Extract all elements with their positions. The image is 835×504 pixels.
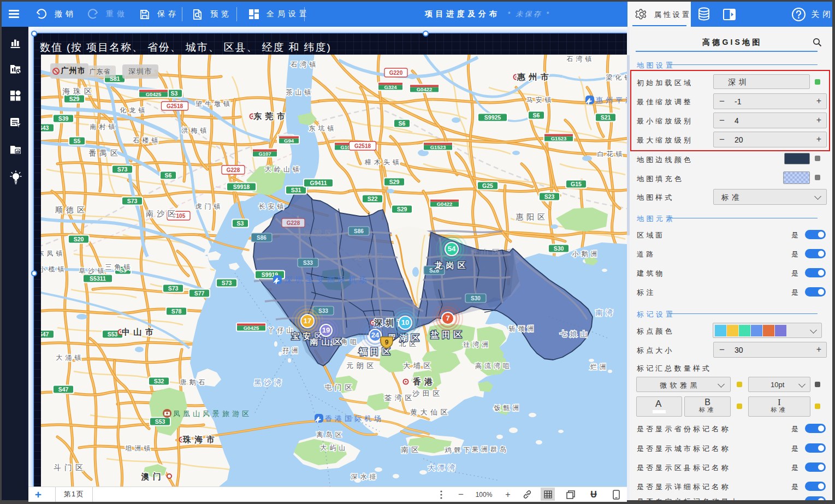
- svg-text:马安镇: 马安镇: [526, 96, 554, 104]
- svg-text:S73: S73: [117, 166, 128, 173]
- svg-text:光明区: 光明区: [303, 229, 336, 238]
- svg-text:番禺区: 番禺区: [88, 149, 121, 157]
- svg-text:S29: S29: [389, 179, 400, 185]
- svg-text:石湾镇: 石湾镇: [566, 55, 595, 63]
- svg-text:唐鹅石: 唐鹅石: [180, 378, 208, 386]
- svg-text:坪山区: 坪山区: [470, 248, 503, 257]
- svg-text:9: 9: [385, 339, 389, 346]
- svg-text:S33: S33: [303, 260, 313, 266]
- svg-text:S32: S32: [154, 378, 164, 384]
- svg-text:石湾镇: 石湾镇: [291, 61, 319, 68]
- svg-text:龙岗区: 龙岗区: [434, 260, 469, 270]
- svg-text:梁化镇: 梁化镇: [606, 74, 627, 81]
- svg-text:黑沙湾: 黑沙湾: [254, 378, 285, 387]
- svg-text:G1523: G1523: [430, 144, 446, 150]
- svg-text:S9925: S9925: [484, 114, 501, 121]
- svg-text:南村镇: 南村镇: [90, 123, 118, 131]
- svg-text:24: 24: [371, 331, 380, 339]
- svg-text:南区: 南区: [401, 446, 422, 454]
- svg-text:S86: S86: [257, 235, 267, 241]
- svg-text:S29: S29: [69, 96, 80, 102]
- svg-text:顺德区: 顺德区: [55, 205, 88, 214]
- svg-text:离岛区: 离岛区: [317, 431, 345, 438]
- svg-text:S5: S5: [74, 138, 81, 144]
- svg-text:G0422: G0422: [417, 86, 433, 92]
- svg-text:中山市: 中山市: [122, 327, 157, 336]
- svg-text:17: 17: [304, 317, 311, 325]
- svg-text:大岭山镇: 大岭山镇: [265, 165, 302, 173]
- svg-text:鸡髀下: 鸡髀下: [445, 446, 473, 454]
- svg-text:南湾: 南湾: [596, 309, 616, 317]
- svg-text:S53: S53: [155, 418, 165, 425]
- svg-text:大涌镇: 大涌镇: [56, 354, 84, 361]
- svg-text:G0425: G0425: [146, 91, 162, 97]
- svg-text:S30: S30: [471, 295, 481, 301]
- svg-text:7: 7: [446, 314, 449, 322]
- svg-text:S5311: S5311: [90, 275, 106, 282]
- svg-text:坦洲镇: 坦洲镇: [125, 444, 153, 452]
- svg-text:S43: S43: [41, 124, 49, 131]
- svg-text:三角镇: 三角镇: [105, 263, 133, 271]
- svg-text:S20: S20: [74, 236, 84, 242]
- svg-text:东凤镇: 东凤镇: [41, 250, 66, 257]
- svg-text:深水排: 深水排: [351, 473, 379, 481]
- svg-text:G0422: G0422: [437, 201, 453, 207]
- svg-text:香港国际机场: 香港国际机场: [325, 414, 384, 423]
- svg-text:凤凰山风景旅游区: 凤凰山风景旅游区: [173, 410, 252, 418]
- svg-text:S73: S73: [127, 198, 138, 204]
- svg-text:S22: S22: [368, 195, 378, 202]
- svg-text:S9918: S9918: [233, 183, 250, 190]
- svg-text:G324: G324: [384, 84, 397, 90]
- svg-text:S53: S53: [108, 331, 118, 337]
- svg-text:往湾洲: 往湾洲: [464, 341, 491, 348]
- svg-text:大潭湾: 大潭湾: [428, 464, 458, 472]
- svg-text:10: 10: [401, 318, 409, 327]
- svg-text:东莞市: 东莞市: [253, 111, 288, 121]
- svg-text:元朗区: 元朗区: [346, 361, 377, 370]
- svg-text:S6: S6: [399, 120, 406, 127]
- svg-text:G1523: G1523: [551, 135, 567, 141]
- svg-text:珠海市: 珠海市: [182, 435, 218, 444]
- svg-text:G25: G25: [482, 182, 493, 189]
- svg-text:阜沙镇: 阜沙镇: [79, 267, 107, 275]
- svg-text:S77: S77: [194, 290, 205, 297]
- svg-text:深圳宝安国际机场: 深圳宝安国际机场: [285, 275, 370, 284]
- svg-text:樟木头镇: 樟木头镇: [364, 158, 402, 166]
- svg-text:高流湾咀: 高流湾咀: [475, 362, 512, 370]
- svg-text:果洲群岛: 果洲群岛: [472, 446, 509, 453]
- svg-text:烂洲: 烂洲: [590, 363, 609, 371]
- svg-text:G9411: G9411: [310, 180, 327, 186]
- svg-text:G15: G15: [571, 181, 582, 187]
- svg-text:G2518: G2518: [354, 143, 371, 149]
- svg-text:洪梅镇: 洪梅镇: [182, 127, 210, 134]
- svg-text:东坑镇: 东坑镇: [309, 124, 337, 132]
- svg-text:孖洲: 孖洲: [282, 347, 301, 354]
- svg-text:长安镇: 长安镇: [259, 203, 287, 210]
- svg-text:澳门: 澳门: [141, 472, 165, 481]
- svg-text:G228: G228: [227, 167, 240, 173]
- svg-text:S21: S21: [601, 114, 611, 121]
- svg-text:斗门区: 斗门区: [54, 463, 86, 472]
- svg-text:S86: S86: [354, 228, 364, 234]
- svg-text:南沙区: 南沙区: [146, 209, 179, 218]
- svg-text:S73: S73: [168, 285, 179, 292]
- svg-text:S73: S73: [222, 280, 232, 286]
- svg-text:饭甑洲: 饭甑洲: [494, 404, 522, 412]
- svg-text:S78: S78: [171, 308, 182, 315]
- svg-text:石楼镇: 石楼镇: [133, 137, 161, 144]
- svg-text:S6: S6: [533, 112, 540, 118]
- svg-text:G220: G220: [389, 70, 403, 76]
- svg-text:S23: S23: [544, 193, 555, 200]
- svg-text:S47: S47: [58, 386, 69, 393]
- svg-text:龙华区: 龙华区: [354, 252, 387, 261]
- svg-text:化龙镇: 化龙镇: [120, 106, 148, 114]
- svg-text:G107: G107: [258, 151, 271, 157]
- svg-text:香港: 香港: [412, 377, 436, 386]
- svg-text:沙田区: 沙田区: [412, 389, 443, 398]
- svg-text:望牛墩镇: 望牛墩镇: [196, 100, 233, 108]
- svg-text:惠州市: 惠州市: [517, 72, 552, 81]
- svg-text:盐田区: 盐田区: [430, 330, 465, 339]
- svg-text:大埔区: 大埔区: [403, 361, 434, 370]
- svg-text:大屿山: 大屿山: [321, 444, 348, 452]
- svg-text:白花镇: 白花镇: [597, 150, 625, 158]
